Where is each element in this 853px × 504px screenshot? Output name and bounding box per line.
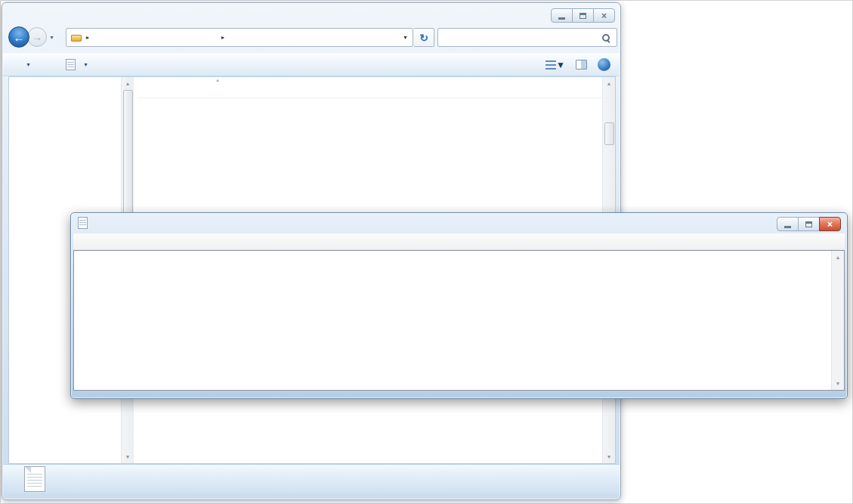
minimize-button[interactable]: [551, 8, 573, 23]
preview-pane-icon[interactable]: [576, 60, 587, 70]
sort-ascending-icon: ▲: [215, 78, 220, 82]
breadcrumb-separator-icon: ▸: [221, 34, 224, 41]
minimize-button[interactable]: [777, 217, 799, 231]
maximize-icon: [579, 13, 586, 19]
close-button[interactable]: ×: [593, 8, 615, 23]
scroll-up-icon[interactable]: ▲: [832, 255, 844, 260]
folder-icon: [71, 32, 82, 42]
address-bar[interactable]: ▸ ▸ ▼: [66, 28, 413, 47]
scroll-down-icon[interactable]: ▼: [832, 381, 844, 386]
minimize-icon: [784, 226, 791, 228]
column-headers: ▲: [138, 77, 602, 98]
chevron-down-icon: ▼: [26, 62, 31, 67]
new-folder-button[interactable]: [139, 56, 153, 74]
print-button[interactable]: [113, 56, 127, 74]
chevron-down-icon[interactable]: ▼: [403, 35, 408, 40]
help-icon[interactable]: [598, 58, 610, 71]
notepad-scrollbar[interactable]: ▲ ▼: [831, 251, 844, 390]
scroll-down-icon[interactable]: ▼: [122, 454, 134, 459]
chevron-down-icon[interactable]: ▼: [556, 60, 565, 70]
maximize-button[interactable]: [798, 217, 820, 231]
notepad-menubar: [73, 233, 845, 250]
maximize-icon: [805, 221, 812, 227]
open-button[interactable]: ▼: [59, 56, 95, 74]
details-pane: [3, 464, 620, 493]
scroll-up-icon[interactable]: ▲: [122, 81, 134, 86]
toolbar-right-icons: ▼: [545, 58, 620, 71]
scroll-up-icon[interactable]: ▲: [603, 81, 615, 86]
refresh-button[interactable]: ↻: [414, 28, 434, 47]
breadcrumb-separator-icon: ▸: [86, 34, 89, 41]
search-icon[interactable]: [601, 33, 610, 42]
history-dropdown-icon[interactable]: ▼: [49, 35, 54, 40]
command-toolbar: ▼ ▼ ▼: [3, 53, 620, 76]
notepad-file-icon: [66, 59, 76, 70]
explorer-window-controls: ×: [551, 8, 615, 23]
notepad-window: × ▲ ▼: [70, 212, 848, 399]
text-file-large-icon: [24, 466, 45, 492]
forward-button[interactable]: →: [27, 27, 47, 47]
close-button[interactable]: ×: [819, 217, 841, 231]
notepad-text-area[interactable]: ▲ ▼: [73, 250, 845, 391]
search-input[interactable]: [437, 28, 617, 47]
scrollbar-thumb[interactable]: [604, 122, 614, 145]
close-icon: ×: [601, 11, 607, 20]
back-button[interactable]: ←: [8, 26, 29, 48]
address-toolbar: ← → ▼ ▸ ▸ ▼ ↻: [2, 26, 620, 50]
scroll-down-icon[interactable]: ▼: [603, 454, 615, 459]
file-rows-top: [138, 97, 602, 100]
maximize-button[interactable]: [572, 8, 594, 23]
change-view-icon[interactable]: [545, 60, 556, 70]
close-icon: ×: [827, 220, 833, 229]
notepad-icon: [78, 217, 88, 229]
chevron-down-icon: ▼: [83, 62, 88, 67]
minimize-icon: [558, 17, 565, 20]
desktop: × ← → ▼ ▸ ▸ ▼ ↻ ▼: [0, 0, 853, 504]
organize-button[interactable]: ▼: [15, 56, 38, 74]
notepad-window-controls: ×: [777, 217, 841, 231]
